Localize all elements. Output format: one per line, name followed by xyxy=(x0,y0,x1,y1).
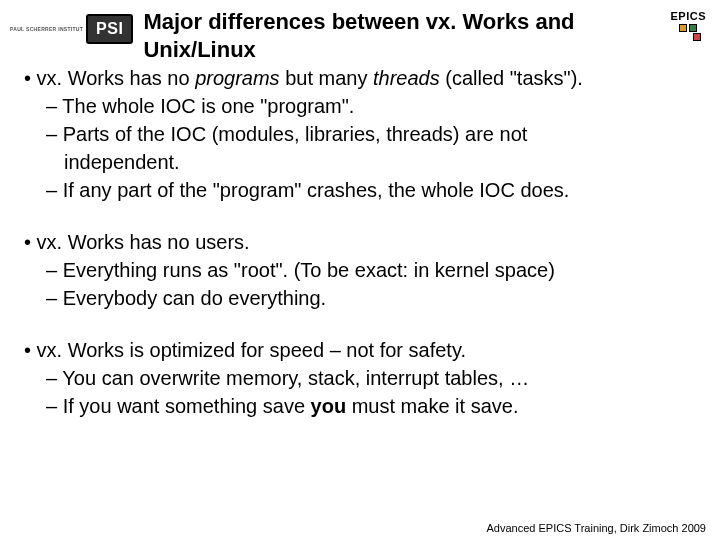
bullet-3-sub-2: – If you want something save you must ma… xyxy=(46,393,698,419)
bullet-1-sub-1: – The whole IOC is one "program". xyxy=(46,93,698,119)
psi-logo: PAUL SCHERRER INSTITUT PSI xyxy=(10,14,133,44)
title-line-2: Unix/Linux xyxy=(143,37,255,62)
title-line-1: Major differences between vx. Works and xyxy=(143,9,574,34)
epics-squares-icon xyxy=(679,24,697,32)
bullet-2-sub-2: – Everybody can do everything. xyxy=(46,285,698,311)
bullet-2: • vx. Works has no users. xyxy=(24,229,698,255)
psi-institute-label: PAUL SCHERRER INSTITUT xyxy=(10,26,83,32)
text: – If you want something save xyxy=(46,395,311,417)
slide-title: Major differences between vx. Works and … xyxy=(143,8,670,63)
bullet-2-sub-1: – Everything runs as "root". (To be exac… xyxy=(46,257,698,283)
text: • vx. Works has no xyxy=(24,67,195,89)
text-italic: threads xyxy=(373,67,440,89)
bullet-1-sub-2a: – Parts of the IOC (modules, libraries, … xyxy=(46,121,698,147)
text: must make it save. xyxy=(346,395,518,417)
text: but many xyxy=(280,67,373,89)
bullet-1: • vx. Works has no programs but many thr… xyxy=(24,65,698,91)
bullet-1-sub-3: – If any part of the "program" crashes, … xyxy=(46,177,698,203)
text: (called "tasks"). xyxy=(440,67,583,89)
bullet-3-sub-1: – You can overwrite memory, stack, inter… xyxy=(46,365,698,391)
psi-abbrev-box: PSI xyxy=(86,14,133,44)
epics-label: EPICS xyxy=(670,10,706,22)
bullet-3: • vx. Works is optimized for speed – not… xyxy=(24,337,698,363)
text-bold: you xyxy=(311,395,347,417)
slide-footer: Advanced EPICS Training, Dirk Zimoch 200… xyxy=(487,522,707,534)
slide-body: • vx. Works has no programs but many thr… xyxy=(0,65,720,419)
bullet-1-sub-2b: independent. xyxy=(64,149,698,175)
epics-logo: EPICS xyxy=(670,10,706,32)
text-italic: programs xyxy=(195,67,279,89)
